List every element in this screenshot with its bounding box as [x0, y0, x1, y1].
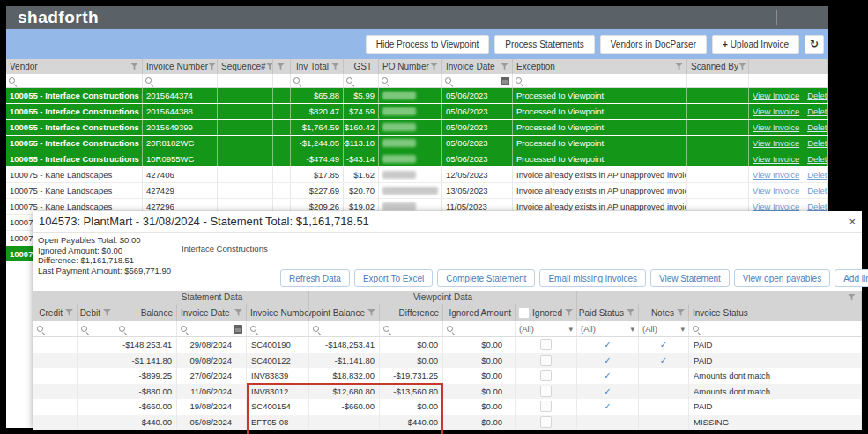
balance-filter-cell[interactable] [115, 321, 177, 336]
col-header-scanned-by[interactable]: Scanned By [687, 59, 749, 74]
vendor-filter-input[interactable] [19, 77, 139, 85]
col-header-ignored[interactable]: Ignored [516, 304, 577, 321]
filter-icon[interactable] [234, 309, 242, 316]
notes-filter-dropdown[interactable]: (All)▾ [639, 321, 689, 336]
view-invoice-link[interactable]: View Invoice [753, 186, 799, 195]
col-header-invoice-status[interactable]: Invoice Status [689, 304, 862, 321]
credit-filter-input[interactable] [48, 324, 73, 334]
gst-filter-input[interactable] [357, 77, 375, 85]
gst-filter-cell[interactable] [344, 74, 379, 87]
col-header-balance[interactable]: Balance [115, 304, 177, 321]
ignored-checkbox[interactable] [540, 370, 552, 381]
filter-icon[interactable] [738, 63, 746, 70]
invoice-number-filter-cell[interactable] [143, 74, 218, 87]
col-header-credit[interactable]: Credit [33, 304, 78, 321]
invoice-date-filter-input[interactable] [456, 77, 499, 85]
filter-icon[interactable] [627, 309, 634, 316]
upload-invoice-button[interactable]: +Upload Invoice [712, 35, 799, 54]
filter-icon[interactable] [848, 294, 856, 301]
filter-icon[interactable] [277, 63, 285, 70]
invoice-status-filter-input[interactable] [704, 324, 857, 334]
ignored-checkbox[interactable] [540, 416, 552, 428]
view-invoice-link[interactable]: View Invoice [753, 107, 799, 116]
col-header-stmt-invoice-number[interactable]: Invoice Number [247, 304, 309, 321]
filter-icon[interactable] [65, 309, 73, 316]
col-header-notes[interactable]: Notes [639, 304, 689, 321]
invoice-row[interactable]: 100055 - Interface Constructions Ltd 201… [6, 104, 828, 120]
statement-row[interactable]: -$880.00 11/06/2024 INV83012 $12,680.80 … [33, 384, 862, 400]
vendor-filter-cell[interactable] [6, 74, 143, 87]
calendar-icon[interactable] [234, 325, 242, 334]
viewpoint-balance-filter-cell[interactable] [309, 321, 380, 336]
filter-icon[interactable] [130, 63, 138, 70]
filter-icon[interactable] [103, 309, 111, 316]
col-header-invoice-date[interactable]: Invoice Date [442, 59, 513, 74]
statement-action-button[interactable]: Refresh Data [280, 269, 350, 287]
stmt-invoice-date-filter-cell[interactable] [177, 321, 247, 336]
filter-icon[interactable] [331, 63, 339, 70]
calendar-icon[interactable] [501, 77, 509, 85]
col-header-debit[interactable]: Debit [78, 304, 115, 321]
invoice-number-filter-input[interactable] [156, 77, 214, 85]
ignored-filter-dropdown[interactable]: (All)▾ [516, 321, 577, 336]
invoice-row[interactable]: 100055 - Interface Constructions Ltd 201… [6, 88, 828, 104]
view-invoice-link[interactable]: View Invoice [753, 138, 799, 148]
col-header-inv-total[interactable]: Inv Total [291, 59, 344, 74]
filter-icon[interactable] [430, 63, 438, 70]
ignored-amount-filter-input[interactable] [458, 324, 511, 334]
paid-status-filter-dropdown[interactable]: (All)▾ [577, 321, 639, 336]
col-header-exception[interactable]: Exception [513, 59, 687, 74]
filter-icon[interactable] [367, 309, 375, 316]
invoice-row[interactable]: 100055 - Interface Constructions Ltd 10R… [6, 151, 828, 167]
close-icon[interactable]: × [849, 215, 856, 228]
inv-total-filter-input[interactable] [304, 77, 340, 85]
filter-icon[interactable] [266, 63, 273, 70]
view-invoice-link[interactable]: View Invoice [753, 122, 799, 132]
ignored-checkbox[interactable] [540, 355, 552, 366]
ignored-checkbox[interactable] [540, 401, 552, 412]
statement-row[interactable]: -$440.00 05/08/2024 EFT05-08 -$440.00 $0… [33, 415, 862, 430]
statement-action-button[interactable]: Complete Statement [437, 269, 535, 287]
view-invoice-link[interactable]: View Invoice [753, 170, 799, 180]
ignored-checkbox[interactable] [540, 339, 552, 350]
view-invoice-link[interactable]: View Invoice [753, 154, 799, 164]
ignored-amount-filter-cell[interactable] [443, 321, 516, 336]
col-header-viewpoint-balance[interactable]: Viewpoint Balance [309, 304, 380, 321]
statement-action-button[interactable]: View open payables [734, 269, 830, 287]
filter-icon[interactable] [501, 63, 508, 70]
invoice-status-filter-cell[interactable] [689, 321, 862, 336]
col-header-po-number[interactable]: PO Number [379, 59, 442, 74]
stmt-invoice-number-filter-cell[interactable] [247, 321, 309, 336]
col-header-ignored-amount[interactable]: Ignored Amount [443, 304, 516, 321]
difference-filter-cell[interactable] [380, 321, 443, 336]
invoice-row[interactable]: 100055 - Interface Constructions Ltd 20R… [6, 136, 828, 151]
ignored-all-checkbox[interactable] [518, 307, 530, 319]
delete-invoice-link[interactable]: Delete Invoice [807, 138, 828, 148]
debit-filter-cell[interactable] [78, 321, 115, 336]
col-header-difference[interactable]: Difference [380, 304, 443, 321]
col-header-gst[interactable]: GST [344, 59, 379, 74]
filter-icon[interactable] [208, 63, 216, 70]
invoice-date-filter-cell[interactable] [442, 74, 513, 87]
exception-filter-cell[interactable] [513, 74, 687, 87]
col-header-paid-status[interactable]: Paid Status [577, 304, 639, 321]
process-statements-button[interactable]: Process Statements [494, 35, 594, 54]
inv-total-filter-cell[interactable] [291, 74, 344, 87]
delete-invoice-link[interactable]: Delete Invoice [807, 154, 828, 164]
invoice-row[interactable]: 100055 - Interface Constructions Ltd 201… [6, 120, 828, 136]
col-header-stmt-invoice-date[interactable]: Invoice Date [177, 304, 247, 321]
delete-invoice-link[interactable]: Delete Invoice [807, 202, 828, 211]
view-invoice-link[interactable]: View Invoice [753, 202, 799, 211]
hide-process-to-viewpoint-button[interactable]: Hide Process to Viewpoint [366, 35, 490, 54]
delete-invoice-link[interactable]: Delete Invoice [807, 107, 828, 116]
statement-row[interactable]: -$899.25 27/06/2024 INV83839 $18,832.00 … [33, 368, 862, 384]
debit-filter-input[interactable] [93, 324, 111, 334]
col-header-vendor[interactable]: Vendor [6, 59, 143, 74]
refresh-button[interactable]: ↻ [805, 35, 824, 54]
delete-invoice-link[interactable]: Delete Invoice [807, 122, 828, 132]
sequence-filter-cell[interactable] [218, 74, 273, 87]
delete-invoice-link[interactable]: Delete Invoice [807, 91, 828, 100]
difference-filter-input[interactable] [395, 324, 439, 334]
col-header-sequence[interactable]: Sequence# [218, 59, 273, 74]
viewpoint-balance-filter-input[interactable] [324, 324, 375, 334]
